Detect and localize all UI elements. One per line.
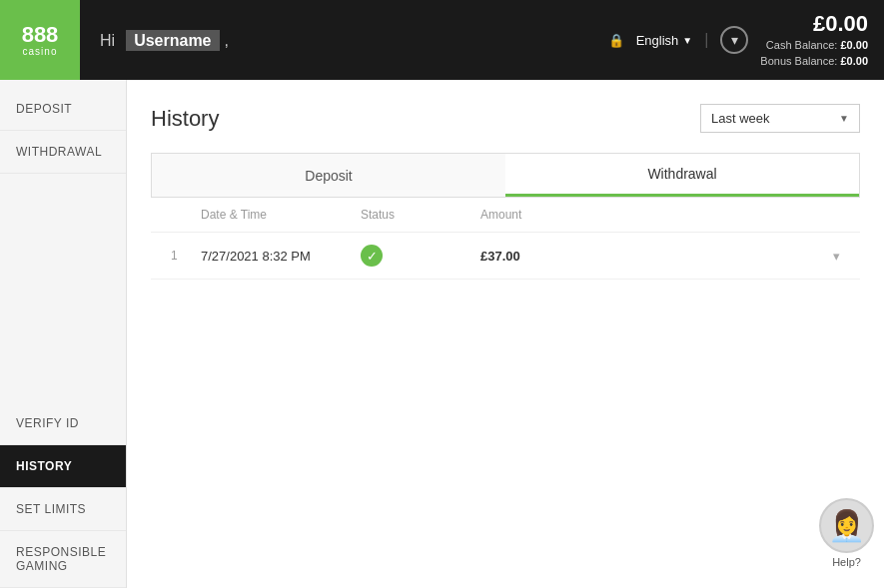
lock-icon: 🔒 [608, 33, 624, 48]
sidebar-item-verify-id[interactable]: VERIFY ID [0, 402, 126, 445]
status-check-icon: ✓ [361, 245, 383, 267]
row-expand-button[interactable]: ▾ [833, 249, 840, 264]
bonus-balance: Bonus Balance: £0.00 [760, 53, 868, 70]
cash-balance: Cash Balance: £0.00 [760, 37, 868, 54]
user-icon: ▾ [731, 32, 738, 48]
sidebar-spacer [0, 174, 126, 402]
header-right: 🔒 English ▼ | ▾ £0.00 Cash Balance: £0.0… [608, 11, 868, 70]
header-divider: | [704, 31, 708, 49]
sidebar-item-withdrawal[interactable]: WITHDRAWAL [0, 131, 126, 174]
filter-label: Last week [711, 111, 770, 126]
header-balance: £0.00 Cash Balance: £0.00 Bonus Balance:… [760, 11, 868, 70]
sidebar-verify-label: VERIFY ID [16, 416, 79, 430]
greeting-comma: , [225, 32, 229, 49]
col-header-amount: Amount [480, 208, 600, 222]
tab-deposit[interactable]: Deposit [152, 154, 505, 197]
language-label: English [636, 33, 679, 48]
sidebar-item-set-limits[interactable]: SET LIMITS [0, 488, 126, 531]
col-header-num [171, 208, 201, 222]
col-header-date: Date & Time [201, 208, 361, 222]
sidebar-set-limits-label: SET LIMITS [16, 502, 86, 516]
history-tabs: Deposit Withdrawal [151, 153, 860, 198]
cash-balance-value: £0.00 [840, 39, 868, 51]
header: 888 casino Hi Username , 🔒 English ▼ | ▾… [0, 0, 884, 80]
sidebar-withdrawal-label: WITHDRAWAL [16, 145, 102, 159]
sidebar-history-label: HISTORY [16, 459, 72, 473]
sidebar-item-deposit[interactable]: DEPOSIT [0, 88, 126, 131]
tab-withdrawal-label: Withdrawal [647, 166, 716, 182]
sidebar-responsible-gaming-label: RESPONSIBLE GAMING [16, 545, 106, 573]
row-amount: £37.00 [480, 249, 600, 264]
sidebar-item-responsible-gaming[interactable]: RESPONSIBLE GAMING [0, 531, 126, 588]
sidebar: DEPOSIT WITHDRAWAL VERIFY ID HISTORY SET… [0, 80, 127, 588]
user-menu-button[interactable]: ▾ [720, 26, 748, 54]
sidebar-deposit-label: DEPOSIT [16, 102, 72, 116]
language-chevron: ▼ [682, 35, 692, 46]
help-widget[interactable]: 👩‍💼 Help? [819, 498, 874, 568]
help-avatar-icon: 👩‍💼 [828, 508, 865, 543]
logo-888-text: 888 [22, 24, 59, 46]
page-layout: DEPOSIT WITHDRAWAL VERIFY ID HISTORY SET… [0, 80, 884, 588]
logo-casino-text: casino [23, 46, 58, 57]
row-num: 1 [171, 249, 201, 263]
table-row: 1 7/27/2021 8:32 PM ✓ £37.00 ▾ [151, 233, 860, 280]
row-date: 7/27/2021 8:32 PM [201, 249, 361, 264]
tab-deposit-label: Deposit [305, 168, 352, 184]
table-header: Date & Time Status Amount [151, 198, 860, 233]
cash-balance-label: Cash Balance: [766, 39, 838, 51]
tab-withdrawal[interactable]: Withdrawal [505, 154, 859, 197]
filter-arrow-icon: ▼ [839, 113, 849, 124]
row-status: ✓ [361, 245, 480, 267]
help-avatar: 👩‍💼 [819, 498, 874, 553]
main-header: History Last week ▼ [151, 104, 860, 133]
language-selector[interactable]: English ▼ [636, 33, 693, 48]
greeting-username: Username [126, 30, 219, 51]
help-label: Help? [832, 556, 861, 568]
filter-dropdown[interactable]: Last week ▼ [700, 104, 860, 133]
logo: 888 casino [0, 0, 80, 80]
bonus-balance-value: £0.00 [840, 55, 868, 67]
main-balance: £0.00 [760, 11, 868, 37]
bonus-balance-label: Bonus Balance: [760, 55, 837, 67]
main-content: History Last week ▼ Deposit Withdrawal D… [127, 80, 884, 588]
header-greeting: Hi Username , [100, 30, 608, 51]
page-title: History [151, 106, 219, 132]
greeting-hi: Hi [100, 32, 115, 49]
col-header-status: Status [361, 208, 480, 222]
sidebar-item-history[interactable]: HISTORY [0, 445, 126, 488]
